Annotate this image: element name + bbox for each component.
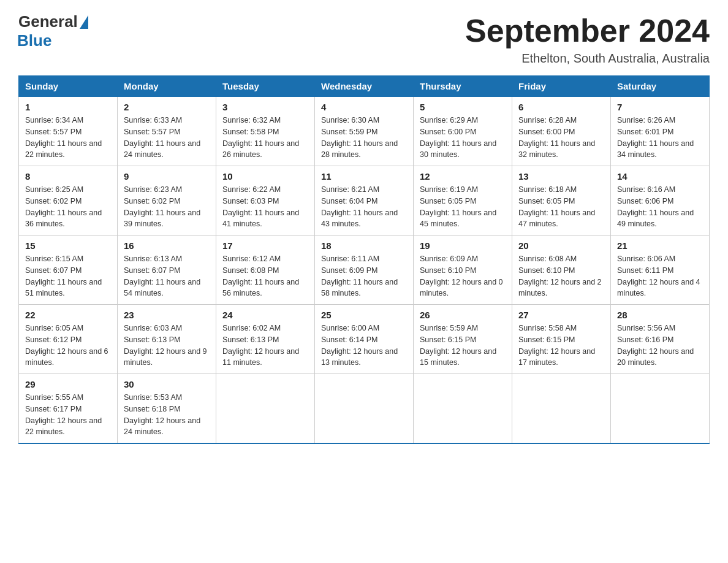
day-info: Sunrise: 6:30 AMSunset: 5:59 PMDaylight:… [321,115,407,161]
location-text: Ethelton, South Australia, Australia [465,52,710,66]
calendar-cell: 1Sunrise: 6:34 AMSunset: 5:57 PMDaylight… [19,97,118,166]
day-info: Sunrise: 6:08 AMSunset: 6:10 PMDaylight:… [518,253,604,299]
day-info: Sunrise: 5:56 AMSunset: 6:16 PMDaylight:… [617,323,703,369]
day-number: 18 [321,240,407,251]
day-number: 24 [222,310,308,320]
day-number: 5 [420,102,506,112]
logo-blue-text: Blue [17,31,51,50]
calendar-cell: 26Sunrise: 5:59 AMSunset: 6:15 PMDayligh… [414,305,512,374]
day-number: 8 [25,171,111,182]
day-info: Sunrise: 6:26 AMSunset: 6:01 PMDaylight:… [617,115,703,161]
day-info: Sunrise: 6:29 AMSunset: 6:00 PMDaylight:… [420,115,506,161]
day-info: Sunrise: 6:34 AMSunset: 5:57 PMDaylight:… [25,115,111,161]
day-number: 25 [321,310,407,320]
calendar-cell: 14Sunrise: 6:16 AMSunset: 6:06 PMDayligh… [611,166,710,236]
day-number: 22 [25,310,111,320]
calendar-cell: 13Sunrise: 6:18 AMSunset: 6:05 PMDayligh… [512,166,611,236]
day-number: 23 [124,310,210,320]
calendar-cell: 2Sunrise: 6:33 AMSunset: 5:57 PMDaylight… [118,97,216,166]
calendar-header-row: SundayMondayTuesdayWednesdayThursdayFrid… [19,76,710,97]
calendar-cell: 12Sunrise: 6:19 AMSunset: 6:05 PMDayligh… [414,166,512,236]
calendar-week-row: 8Sunrise: 6:25 AMSunset: 6:02 PMDaylight… [19,166,710,236]
calendar-cell [216,374,315,444]
day-info: Sunrise: 6:16 AMSunset: 6:06 PMDaylight:… [617,184,703,230]
day-info: Sunrise: 6:19 AMSunset: 6:05 PMDaylight:… [420,184,506,230]
calendar-cell [611,374,710,444]
calendar-cell [414,374,512,444]
day-info: Sunrise: 6:28 AMSunset: 6:00 PMDaylight:… [518,115,604,161]
calendar-cell: 3Sunrise: 6:32 AMSunset: 5:58 PMDaylight… [216,97,315,166]
day-info: Sunrise: 6:15 AMSunset: 6:07 PMDaylight:… [25,253,111,299]
calendar-cell: 24Sunrise: 6:02 AMSunset: 6:13 PMDayligh… [216,305,315,374]
calendar-week-row: 29Sunrise: 5:55 AMSunset: 6:17 PMDayligh… [19,374,710,444]
day-number: 17 [222,240,308,251]
day-number: 19 [420,240,506,251]
day-info: Sunrise: 6:06 AMSunset: 6:11 PMDaylight:… [617,253,703,299]
calendar-cell: 21Sunrise: 6:06 AMSunset: 6:11 PMDayligh… [611,236,710,305]
day-number: 16 [124,240,210,251]
day-info: Sunrise: 6:21 AMSunset: 6:04 PMDaylight:… [321,184,407,230]
day-info: Sunrise: 6:18 AMSunset: 6:05 PMDaylight:… [518,184,604,230]
day-info: Sunrise: 5:59 AMSunset: 6:15 PMDaylight:… [420,323,506,369]
day-info: Sunrise: 6:00 AMSunset: 6:14 PMDaylight:… [321,323,407,369]
day-number: 15 [25,240,111,251]
page-header: General Blue September 2024 Ethelton, So… [18,12,710,66]
calendar-cell: 8Sunrise: 6:25 AMSunset: 6:02 PMDaylight… [19,166,118,236]
col-header-wednesday: Wednesday [315,76,414,97]
day-info: Sunrise: 6:05 AMSunset: 6:12 PMDaylight:… [25,323,111,369]
day-number: 7 [617,102,703,112]
day-number: 28 [617,310,703,320]
day-number: 29 [25,379,111,389]
day-number: 9 [124,171,210,182]
day-info: Sunrise: 6:09 AMSunset: 6:10 PMDaylight:… [420,253,506,299]
day-info: Sunrise: 6:02 AMSunset: 6:13 PMDaylight:… [222,323,308,369]
day-number: 13 [518,171,604,182]
day-info: Sunrise: 5:53 AMSunset: 6:18 PMDaylight:… [124,392,210,438]
calendar-week-row: 22Sunrise: 6:05 AMSunset: 6:12 PMDayligh… [19,305,710,374]
calendar-cell: 4Sunrise: 6:30 AMSunset: 5:59 PMDaylight… [315,97,414,166]
title-area: September 2024 Ethelton, South Australia… [465,12,710,66]
calendar-cell: 10Sunrise: 6:22 AMSunset: 6:03 PMDayligh… [216,166,315,236]
calendar-cell: 9Sunrise: 6:23 AMSunset: 6:02 PMDaylight… [118,166,216,236]
day-info: Sunrise: 5:55 AMSunset: 6:17 PMDaylight:… [25,392,111,438]
day-info: Sunrise: 6:23 AMSunset: 6:02 PMDaylight:… [124,184,210,230]
calendar-cell: 11Sunrise: 6:21 AMSunset: 6:04 PMDayligh… [315,166,414,236]
day-info: Sunrise: 6:03 AMSunset: 6:13 PMDaylight:… [124,323,210,369]
day-number: 11 [321,171,407,182]
calendar-cell: 16Sunrise: 6:13 AMSunset: 6:07 PMDayligh… [118,236,216,305]
calendar-cell: 5Sunrise: 6:29 AMSunset: 6:00 PMDaylight… [414,97,512,166]
logo: General Blue [18,12,88,50]
calendar-cell: 22Sunrise: 6:05 AMSunset: 6:12 PMDayligh… [19,305,118,374]
calendar-cell: 6Sunrise: 6:28 AMSunset: 6:00 PMDaylight… [512,97,611,166]
calendar-cell [512,374,611,444]
day-info: Sunrise: 6:32 AMSunset: 5:58 PMDaylight:… [222,115,308,161]
day-number: 12 [420,171,506,182]
day-info: Sunrise: 6:12 AMSunset: 6:08 PMDaylight:… [222,253,308,299]
calendar-cell [315,374,414,444]
day-number: 21 [617,240,703,251]
calendar-week-row: 1Sunrise: 6:34 AMSunset: 5:57 PMDaylight… [19,97,710,166]
calendar-week-row: 15Sunrise: 6:15 AMSunset: 6:07 PMDayligh… [19,236,710,305]
day-number: 20 [518,240,604,251]
calendar-cell: 30Sunrise: 5:53 AMSunset: 6:18 PMDayligh… [118,374,216,444]
logo-triangle-icon [80,15,88,29]
calendar-cell: 29Sunrise: 5:55 AMSunset: 6:17 PMDayligh… [19,374,118,444]
calendar-table: SundayMondayTuesdayWednesdayThursdayFrid… [18,75,710,444]
calendar-cell: 19Sunrise: 6:09 AMSunset: 6:10 PMDayligh… [414,236,512,305]
day-number: 26 [420,310,506,320]
col-header-thursday: Thursday [414,76,512,97]
logo-general-text: General [18,12,78,31]
day-number: 3 [222,102,308,112]
calendar-cell: 27Sunrise: 5:58 AMSunset: 6:15 PMDayligh… [512,305,611,374]
day-number: 6 [518,102,604,112]
day-number: 10 [222,171,308,182]
day-number: 27 [518,310,604,320]
calendar-cell: 23Sunrise: 6:03 AMSunset: 6:13 PMDayligh… [118,305,216,374]
day-info: Sunrise: 6:33 AMSunset: 5:57 PMDaylight:… [124,115,210,161]
calendar-cell: 15Sunrise: 6:15 AMSunset: 6:07 PMDayligh… [19,236,118,305]
col-header-sunday: Sunday [19,76,118,97]
day-info: Sunrise: 6:13 AMSunset: 6:07 PMDaylight:… [124,253,210,299]
day-number: 14 [617,171,703,182]
day-number: 1 [25,102,111,112]
month-title: September 2024 [465,12,710,49]
